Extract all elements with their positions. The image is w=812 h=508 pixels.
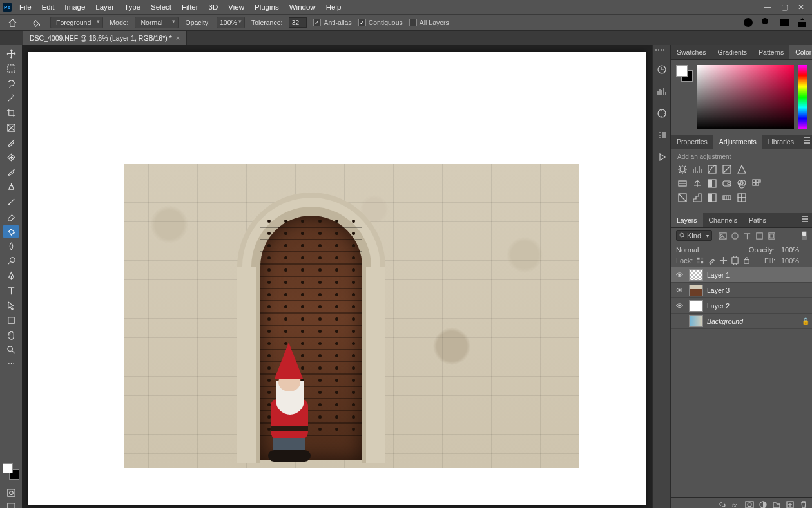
layer-name[interactable]: Layer 3 xyxy=(707,287,730,294)
lock-transparent-icon[interactable] xyxy=(696,256,704,265)
link-layers-icon[interactable] xyxy=(718,500,727,508)
opacity-dropdown[interactable]: 100% xyxy=(217,17,245,28)
quick-mask-tool[interactable] xyxy=(3,487,19,498)
layer-thumbnail[interactable] xyxy=(689,285,703,296)
navigator-panel-icon[interactable] xyxy=(656,108,668,119)
layer-row[interactable]: 👁Layer 2 xyxy=(671,298,812,314)
antialias-checkbox[interactable]: ✓Anti-alias xyxy=(313,19,351,26)
hue-strip[interactable] xyxy=(798,65,807,129)
menu-type[interactable]: Type xyxy=(119,1,146,14)
fg-swatch[interactable] xyxy=(676,65,688,77)
layer-fill[interactable]: 100% xyxy=(778,257,807,265)
frame-tool[interactable] xyxy=(3,122,19,134)
lasso-tool[interactable] xyxy=(3,77,19,89)
curves-icon[interactable] xyxy=(707,164,717,174)
foreground-color-swatch[interactable] xyxy=(3,463,13,473)
fill-mode-dropdown[interactable]: Foreground xyxy=(50,17,103,28)
blend-mode-dropdown[interactable]: Normal xyxy=(135,17,179,28)
tab-swatches[interactable]: Swatches xyxy=(671,45,712,59)
layer-thumbnail[interactable] xyxy=(689,269,703,281)
workspace-icon[interactable] xyxy=(778,17,790,28)
lock-artboard-icon[interactable] xyxy=(731,256,739,265)
new-layer-icon[interactable] xyxy=(786,500,795,508)
hue-sat-icon[interactable] xyxy=(677,178,688,189)
color-lookup-icon[interactable] xyxy=(751,178,762,189)
zoom-tool[interactable] xyxy=(3,344,19,356)
canvas[interactable] xyxy=(22,45,652,508)
tab-gradients[interactable]: Gradients xyxy=(712,45,753,59)
tab-color[interactable]: Color xyxy=(789,45,812,59)
menu-help[interactable]: Help xyxy=(321,1,347,14)
paint-bucket-tool[interactable] xyxy=(3,225,19,238)
blackwhite-icon[interactable] xyxy=(707,178,717,189)
tab-libraries[interactable]: Libraries xyxy=(762,135,800,149)
levels-icon[interactable] xyxy=(692,164,702,174)
adjustment-layer-icon[interactable] xyxy=(759,500,768,508)
panel-menu-icon[interactable] xyxy=(798,213,812,227)
lock-pixels-icon[interactable] xyxy=(708,256,716,265)
layer-thumbnail[interactable] xyxy=(689,300,703,312)
tab-channels[interactable]: Channels xyxy=(703,213,743,227)
threshold-icon[interactable] xyxy=(707,193,717,203)
dodge-tool[interactable] xyxy=(3,255,19,267)
posterize-icon[interactable] xyxy=(692,193,702,203)
history-brush-tool[interactable] xyxy=(3,196,19,208)
presets-panel-icon[interactable] xyxy=(656,129,668,141)
invert-icon[interactable] xyxy=(677,193,688,203)
pen-tool[interactable] xyxy=(3,270,19,282)
menu-plugins[interactable]: Plugins xyxy=(249,1,284,14)
layer-row[interactable]: Background🔒 xyxy=(671,314,812,329)
channel-mixer-icon[interactable] xyxy=(737,178,747,189)
color-swatch-stack[interactable] xyxy=(676,65,693,82)
menu-file[interactable]: File xyxy=(14,1,37,14)
tolerance-input[interactable] xyxy=(289,17,307,28)
visibility-toggle[interactable]: 👁 xyxy=(673,271,685,279)
eyedropper-tool[interactable] xyxy=(3,136,19,149)
gradient-map-icon[interactable] xyxy=(722,193,732,203)
exposure-icon[interactable] xyxy=(722,164,732,174)
menu-layer[interactable]: Layer xyxy=(90,1,119,14)
layer-filter-kind[interactable]: Kind▾ xyxy=(676,230,712,241)
menu-window[interactable]: Window xyxy=(284,1,321,14)
photo-filter-icon[interactable] xyxy=(722,178,732,189)
tab-paths[interactable]: Paths xyxy=(743,213,772,227)
layer-opacity[interactable]: 100% xyxy=(778,246,807,254)
history-panel-icon[interactable] xyxy=(656,64,668,75)
search-icon[interactable] xyxy=(760,17,772,28)
menu-image[interactable]: Image xyxy=(59,1,90,14)
blur-tool[interactable] xyxy=(3,240,19,252)
screen-mode-tool[interactable] xyxy=(3,501,19,508)
filter-image-icon[interactable] xyxy=(719,232,727,240)
home-icon[interactable] xyxy=(4,17,21,29)
crop-tool[interactable] xyxy=(3,107,19,119)
path-selection-tool[interactable] xyxy=(3,299,19,312)
color-balance-icon[interactable] xyxy=(692,178,702,189)
visibility-toggle[interactable]: 👁 xyxy=(673,302,685,310)
filter-shape-icon[interactable] xyxy=(755,232,764,240)
menu-view[interactable]: View xyxy=(223,1,249,14)
shape-tool[interactable] xyxy=(3,314,19,326)
layer-blend-mode[interactable]: Normal xyxy=(676,246,731,254)
minimize-button[interactable]: — xyxy=(759,0,776,14)
vibrance-icon[interactable] xyxy=(737,164,747,174)
group-layers-icon[interactable] xyxy=(772,500,781,508)
layer-name[interactable]: Layer 1 xyxy=(707,271,730,279)
color-field[interactable] xyxy=(697,65,794,129)
menu-edit[interactable]: Edit xyxy=(37,1,60,14)
layer-mask-icon[interactable] xyxy=(745,500,754,508)
healing-brush-tool[interactable] xyxy=(3,151,19,164)
layer-name[interactable]: Layer 2 xyxy=(707,302,730,310)
tab-patterns[interactable]: Patterns xyxy=(753,45,789,59)
more-tools-icon[interactable]: ⋯ xyxy=(3,359,19,370)
all-layers-checkbox[interactable]: All Layers xyxy=(409,19,449,26)
hand-tool[interactable] xyxy=(3,329,19,341)
menu-select[interactable]: Select xyxy=(146,1,177,14)
visibility-toggle[interactable]: 👁 xyxy=(673,287,685,294)
move-tool[interactable] xyxy=(3,48,19,60)
marquee-tool[interactable] xyxy=(3,62,19,75)
layer-row[interactable]: 👁Layer 3 xyxy=(671,283,812,298)
menu-filter[interactable]: Filter xyxy=(177,1,204,14)
filter-toggle[interactable] xyxy=(802,231,807,240)
actions-panel-icon[interactable] xyxy=(656,151,668,163)
brightness-contrast-icon[interactable] xyxy=(677,164,688,174)
